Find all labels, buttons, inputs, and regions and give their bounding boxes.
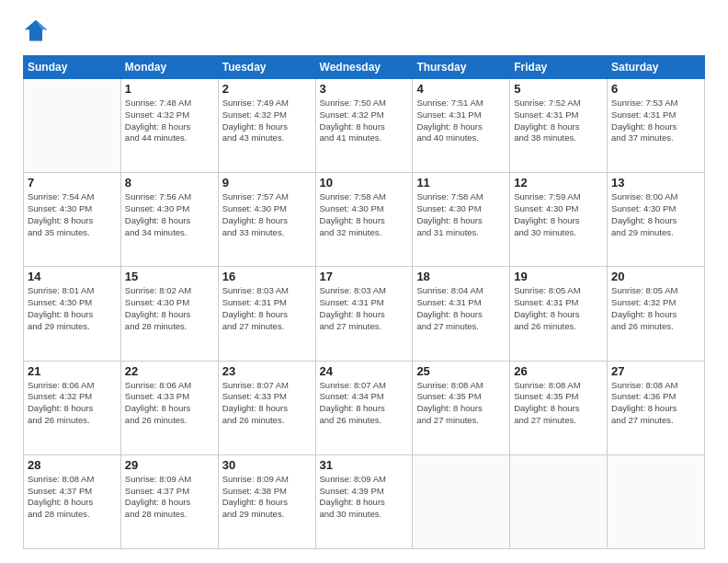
calendar-day-header: Monday	[120, 56, 218, 79]
day-number: 6	[611, 82, 700, 96]
calendar-week-row: 14Sunrise: 8:01 AM Sunset: 4:30 PM Dayli…	[24, 267, 705, 361]
day-info: Sunrise: 7:48 AM Sunset: 4:32 PM Dayligh…	[125, 98, 214, 144]
day-number: 26	[514, 364, 603, 378]
day-info: Sunrise: 7:49 AM Sunset: 4:32 PM Dayligh…	[222, 98, 312, 144]
calendar-cell	[24, 79, 121, 173]
day-info: Sunrise: 8:09 AM Sunset: 4:37 PM Dayligh…	[125, 474, 214, 521]
day-number: 28	[28, 458, 117, 472]
calendar-day-header: Tuesday	[218, 56, 315, 79]
day-info: Sunrise: 7:53 AM Sunset: 4:31 PM Dayligh…	[611, 98, 700, 144]
calendar-header-row: SundayMondayTuesdayWednesdayThursdayFrid…	[24, 56, 705, 79]
day-info: Sunrise: 8:06 AM Sunset: 4:33 PM Dayligh…	[125, 380, 214, 427]
day-number: 10	[320, 176, 409, 190]
calendar-day-header: Wednesday	[315, 56, 413, 79]
day-info: Sunrise: 8:08 AM Sunset: 4:35 PM Dayligh…	[514, 380, 603, 427]
day-number: 29	[125, 458, 214, 472]
calendar-cell: 31Sunrise: 8:09 AM Sunset: 4:39 PM Dayli…	[315, 454, 413, 548]
day-info: Sunrise: 8:05 AM Sunset: 4:32 PM Dayligh…	[611, 285, 700, 332]
day-info: Sunrise: 7:59 AM Sunset: 4:30 PM Dayligh…	[514, 191, 603, 238]
day-number: 21	[28, 364, 117, 378]
day-info: Sunrise: 8:00 AM Sunset: 4:30 PM Dayligh…	[611, 191, 700, 238]
calendar-cell	[608, 454, 705, 548]
day-number: 11	[416, 176, 506, 190]
page: SundayMondayTuesdayWednesdayThursdayFrid…	[0, 0, 728, 563]
calendar-cell: 5Sunrise: 7:52 AM Sunset: 4:31 PM Daylig…	[510, 79, 608, 173]
day-number: 17	[320, 270, 409, 283]
calendar-cell: 1Sunrise: 7:48 AM Sunset: 4:32 PM Daylig…	[120, 79, 218, 173]
calendar-cell: 19Sunrise: 8:05 AM Sunset: 4:31 PM Dayli…	[510, 267, 608, 361]
day-number: 19	[514, 270, 603, 283]
calendar-cell: 7Sunrise: 7:54 AM Sunset: 4:30 PM Daylig…	[24, 173, 121, 267]
day-info: Sunrise: 8:08 AM Sunset: 4:37 PM Dayligh…	[28, 474, 117, 521]
calendar-cell: 12Sunrise: 7:59 AM Sunset: 4:30 PM Dayli…	[510, 173, 608, 267]
calendar-cell: 9Sunrise: 7:57 AM Sunset: 4:30 PM Daylig…	[218, 173, 315, 267]
day-info: Sunrise: 7:56 AM Sunset: 4:30 PM Dayligh…	[125, 191, 214, 238]
day-number: 24	[320, 364, 409, 378]
day-number: 13	[611, 176, 700, 190]
header	[23, 18, 705, 44]
calendar-cell: 14Sunrise: 8:01 AM Sunset: 4:30 PM Dayli…	[24, 267, 121, 361]
calendar-cell: 21Sunrise: 8:06 AM Sunset: 4:32 PM Dayli…	[24, 361, 121, 454]
svg-marker-0	[25, 20, 48, 41]
calendar-cell	[510, 454, 608, 548]
day-info: Sunrise: 7:54 AM Sunset: 4:30 PM Dayligh…	[28, 191, 117, 238]
day-info: Sunrise: 7:52 AM Sunset: 4:31 PM Dayligh…	[514, 98, 603, 144]
day-number: 15	[125, 270, 214, 283]
calendar-week-row: 1Sunrise: 7:48 AM Sunset: 4:32 PM Daylig…	[24, 79, 705, 173]
day-info: Sunrise: 8:08 AM Sunset: 4:36 PM Dayligh…	[611, 380, 700, 427]
calendar-cell: 4Sunrise: 7:51 AM Sunset: 4:31 PM Daylig…	[413, 79, 510, 173]
day-number: 22	[125, 364, 214, 378]
calendar-cell	[413, 454, 510, 548]
day-number: 4	[416, 82, 506, 96]
calendar-day-header: Friday	[510, 56, 608, 79]
day-number: 3	[320, 82, 409, 96]
day-info: Sunrise: 7:50 AM Sunset: 4:32 PM Dayligh…	[320, 98, 409, 144]
calendar-cell: 17Sunrise: 8:03 AM Sunset: 4:31 PM Dayli…	[315, 267, 413, 361]
calendar-cell: 10Sunrise: 7:58 AM Sunset: 4:30 PM Dayli…	[315, 173, 413, 267]
calendar-cell: 6Sunrise: 7:53 AM Sunset: 4:31 PM Daylig…	[608, 79, 705, 173]
calendar-cell: 8Sunrise: 7:56 AM Sunset: 4:30 PM Daylig…	[120, 173, 218, 267]
day-number: 16	[222, 270, 312, 283]
day-number: 12	[514, 176, 603, 190]
calendar-day-header: Saturday	[608, 56, 705, 79]
day-info: Sunrise: 8:09 AM Sunset: 4:39 PM Dayligh…	[320, 474, 409, 521]
day-info: Sunrise: 8:03 AM Sunset: 4:31 PM Dayligh…	[320, 285, 409, 332]
calendar-cell: 30Sunrise: 8:09 AM Sunset: 4:38 PM Dayli…	[218, 454, 315, 548]
calendar-week-row: 28Sunrise: 8:08 AM Sunset: 4:37 PM Dayli…	[24, 454, 705, 548]
calendar-cell: 22Sunrise: 8:06 AM Sunset: 4:33 PM Dayli…	[120, 361, 218, 454]
day-number: 5	[514, 82, 603, 96]
calendar-day-header: Thursday	[413, 56, 510, 79]
day-info: Sunrise: 8:07 AM Sunset: 4:33 PM Dayligh…	[222, 380, 312, 427]
day-number: 2	[222, 82, 312, 96]
calendar-cell: 24Sunrise: 8:07 AM Sunset: 4:34 PM Dayli…	[315, 361, 413, 454]
day-info: Sunrise: 7:51 AM Sunset: 4:31 PM Dayligh…	[416, 98, 506, 144]
day-number: 8	[125, 176, 214, 190]
day-info: Sunrise: 8:04 AM Sunset: 4:31 PM Dayligh…	[416, 285, 506, 332]
day-info: Sunrise: 8:01 AM Sunset: 4:30 PM Dayligh…	[28, 285, 117, 332]
calendar-cell: 27Sunrise: 8:08 AM Sunset: 4:36 PM Dayli…	[608, 361, 705, 454]
day-number: 23	[222, 364, 312, 378]
calendar-cell: 29Sunrise: 8:09 AM Sunset: 4:37 PM Dayli…	[120, 454, 218, 548]
day-info: Sunrise: 8:06 AM Sunset: 4:32 PM Dayligh…	[28, 380, 117, 427]
calendar-cell: 11Sunrise: 7:58 AM Sunset: 4:30 PM Dayli…	[413, 173, 510, 267]
calendar-week-row: 21Sunrise: 8:06 AM Sunset: 4:32 PM Dayli…	[24, 361, 705, 454]
calendar-cell: 15Sunrise: 8:02 AM Sunset: 4:30 PM Dayli…	[120, 267, 218, 361]
day-number: 31	[320, 458, 409, 472]
day-number: 9	[222, 176, 312, 190]
day-number: 7	[28, 176, 117, 190]
day-number: 25	[416, 364, 506, 378]
day-number: 20	[611, 270, 700, 283]
day-info: Sunrise: 8:05 AM Sunset: 4:31 PM Dayligh…	[514, 285, 603, 332]
calendar-cell: 23Sunrise: 8:07 AM Sunset: 4:33 PM Dayli…	[218, 361, 315, 454]
calendar-cell: 26Sunrise: 8:08 AM Sunset: 4:35 PM Dayli…	[510, 361, 608, 454]
day-number: 27	[611, 364, 700, 378]
calendar-cell: 20Sunrise: 8:05 AM Sunset: 4:32 PM Dayli…	[608, 267, 705, 361]
logo	[23, 18, 52, 44]
day-info: Sunrise: 8:07 AM Sunset: 4:34 PM Dayligh…	[320, 380, 409, 427]
calendar-cell: 28Sunrise: 8:08 AM Sunset: 4:37 PM Dayli…	[24, 454, 121, 548]
calendar-week-row: 7Sunrise: 7:54 AM Sunset: 4:30 PM Daylig…	[24, 173, 705, 267]
logo-icon	[23, 18, 49, 44]
day-number: 30	[222, 458, 312, 472]
calendar-cell: 18Sunrise: 8:04 AM Sunset: 4:31 PM Dayli…	[413, 267, 510, 361]
calendar-cell: 25Sunrise: 8:08 AM Sunset: 4:35 PM Dayli…	[413, 361, 510, 454]
